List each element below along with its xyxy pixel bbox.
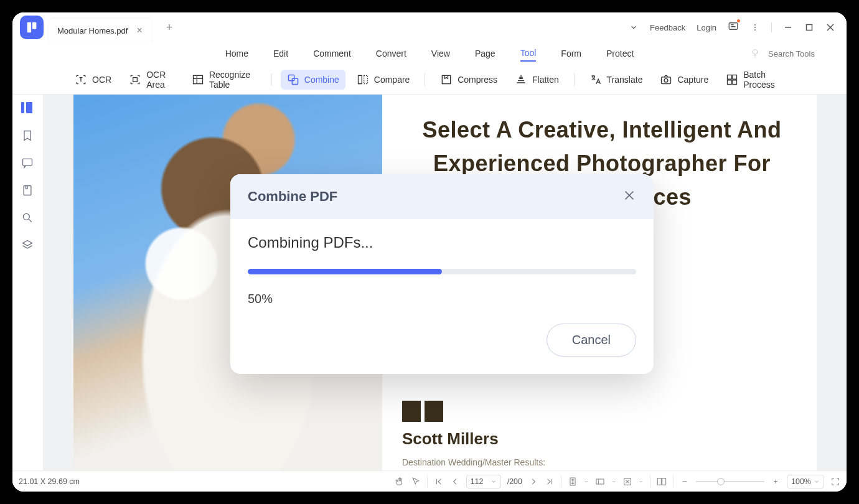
tool-label: OCR <box>92 75 111 85</box>
layers-icon[interactable] <box>21 239 35 253</box>
left-sidebar <box>12 95 44 470</box>
attachment-icon[interactable] <box>21 184 35 198</box>
tool-batch[interactable]: Batch Process <box>720 66 791 93</box>
maximize-icon[interactable] <box>804 22 814 32</box>
separator <box>425 73 425 86</box>
minimize-icon[interactable] <box>783 22 793 32</box>
lightbulb-icon[interactable] <box>749 47 761 60</box>
zoom-slider[interactable] <box>696 481 764 482</box>
tool-label: Recognize Table <box>209 70 256 90</box>
dialog-footer: Cancel <box>230 324 654 374</box>
menu-page[interactable]: Page <box>475 46 495 61</box>
svg-rect-20 <box>662 77 671 83</box>
svg-rect-37 <box>657 478 661 485</box>
new-tab-button[interactable]: + <box>166 21 173 34</box>
two-page-icon[interactable] <box>657 477 667 487</box>
tool-compress[interactable]: Compress <box>434 70 504 90</box>
quote-icon <box>402 401 802 422</box>
hand-tool-icon[interactable] <box>395 477 405 487</box>
fit-width-icon[interactable] <box>595 477 605 487</box>
svg-rect-16 <box>292 78 298 84</box>
svg-rect-7 <box>807 25 812 30</box>
search-tools-input[interactable] <box>768 49 824 58</box>
svg-rect-15 <box>288 75 294 80</box>
menubar: Home Edit Comment Convert View Page Tool… <box>12 42 847 65</box>
svg-point-10 <box>753 49 758 54</box>
menu-comment[interactable]: Comment <box>313 46 351 61</box>
batch-icon <box>726 73 738 86</box>
document-author: Scott Millers <box>402 429 802 449</box>
menu-view[interactable]: View <box>431 46 450 61</box>
camera-icon <box>660 73 672 86</box>
svg-rect-28 <box>26 186 27 189</box>
close-icon[interactable] <box>825 22 835 32</box>
zoom-level-select[interactable]: 100% <box>787 475 824 488</box>
ocr-area-icon <box>129 73 141 86</box>
svg-rect-26 <box>22 159 32 166</box>
svg-rect-12 <box>193 75 202 83</box>
svg-rect-0 <box>27 22 31 33</box>
tool-label: Compare <box>374 75 410 85</box>
thumbnails-icon[interactable] <box>21 102 35 116</box>
svg-point-29 <box>23 213 29 220</box>
document-subline: Destination Wedding/Master Results: <box>402 457 802 467</box>
search-icon[interactable] <box>21 212 35 225</box>
translate-icon <box>589 73 602 86</box>
compress-icon <box>440 73 453 86</box>
select-tool-icon[interactable] <box>411 477 421 487</box>
tool-recognize-table[interactable]: Recognize Table <box>185 66 263 93</box>
tool-flatten[interactable]: Flatten <box>509 70 565 90</box>
fullscreen-icon[interactable] <box>830 477 840 487</box>
menu-tool[interactable]: Tool <box>520 45 537 62</box>
svg-rect-23 <box>733 75 737 79</box>
kebab-menu-icon[interactable] <box>750 22 760 32</box>
progress-bar <box>248 269 636 274</box>
notifications-icon[interactable] <box>728 21 739 34</box>
svg-rect-19 <box>443 75 451 83</box>
menu-edit[interactable]: Edit <box>273 46 288 61</box>
tool-compare[interactable]: Compare <box>350 70 416 90</box>
comment-icon[interactable] <box>21 157 35 170</box>
toolbar: OCR OCR Area Recognize Table Combine Com… <box>12 65 847 95</box>
menu-protect[interactable]: Protect <box>606 46 634 61</box>
svg-rect-11 <box>133 77 138 82</box>
document-tab[interactable]: Modular Homes.pdf × <box>49 19 151 42</box>
separator <box>271 73 272 86</box>
zoom-out-icon[interactable]: − <box>680 477 690 487</box>
menu-convert[interactable]: Convert <box>376 46 406 61</box>
feedback-link[interactable]: Feedback <box>650 23 685 32</box>
statusbar: 21.01 X 29.69 cm 112 /200 − + 100% <box>12 470 847 492</box>
combine-icon <box>287 73 299 86</box>
table-icon <box>192 73 204 86</box>
dialog-title: Combine PDF <box>248 189 337 205</box>
bookmark-icon[interactable] <box>21 129 35 143</box>
page-dimensions: 21.01 X 29.69 cm <box>19 477 80 486</box>
app-window: Modular Homes.pdf × + Feedback Login Hom… <box>12 12 847 492</box>
tool-capture[interactable]: Capture <box>654 70 715 90</box>
cancel-button[interactable]: Cancel <box>547 324 636 357</box>
tool-combine[interactable]: Combine <box>281 70 345 90</box>
first-page-icon[interactable] <box>434 477 444 487</box>
svg-rect-38 <box>662 478 666 485</box>
tool-ocr[interactable]: OCR <box>68 70 118 90</box>
tab-close-icon[interactable]: × <box>136 25 142 36</box>
tool-translate[interactable]: Translate <box>583 70 649 90</box>
tool-label: Flatten <box>532 75 559 85</box>
menu-form[interactable]: Form <box>561 46 581 61</box>
combine-pdf-dialog: Combine PDF Combining PDFs... 50% Cancel <box>230 174 654 374</box>
tool-ocr-area[interactable]: OCR Area <box>123 66 181 93</box>
chevron-down-icon[interactable] <box>629 22 639 32</box>
prev-page-icon[interactable] <box>450 477 460 487</box>
zoom-in-icon[interactable]: + <box>771 477 781 487</box>
last-page-icon[interactable] <box>545 477 555 487</box>
dialog-close-icon[interactable] <box>622 189 636 205</box>
login-link[interactable]: Login <box>697 23 716 32</box>
menu-home[interactable]: Home <box>225 46 248 61</box>
separator <box>574 73 575 86</box>
next-page-icon[interactable] <box>528 477 538 487</box>
fit-height-icon[interactable] <box>568 477 578 487</box>
view-mode-icon[interactable] <box>622 477 632 487</box>
svg-line-30 <box>29 220 31 222</box>
svg-point-21 <box>665 78 669 82</box>
page-number-input[interactable]: 112 <box>466 475 501 488</box>
